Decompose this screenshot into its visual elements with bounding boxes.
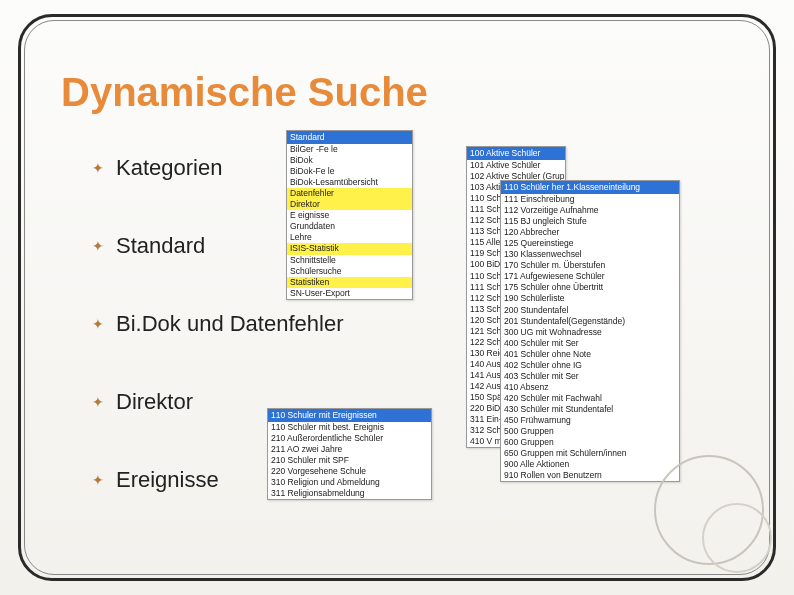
list-item: 210 Schüler mit SPF [268, 455, 431, 466]
list-item: 220 Vorgesehene Schule [268, 466, 431, 477]
list-item: 403 Schüler mit Ser [501, 371, 679, 382]
panel-header: 110 Schuler mit Ereignissen [268, 409, 431, 422]
page-title: Dynamische Suche [61, 70, 428, 115]
bullet-label: Standard [116, 233, 205, 259]
list-item: 500 Gruppen [501, 426, 679, 437]
bullet-arrow-icon: ✦ [92, 317, 106, 331]
list-panel-events: 110 Schuler mit Ereignissen 110 Schüler … [267, 408, 432, 500]
list-item: Statistiken [287, 277, 412, 288]
list-item: 170 Schüler m. Überstufen [501, 260, 679, 271]
bullet-arrow-icon: ✦ [92, 239, 106, 253]
list-item: 112 Vorzeitige Aufnahme [501, 205, 679, 216]
panel-header: 100 Aktive Schüler [467, 147, 565, 160]
list-item: BiDok [287, 155, 412, 166]
list-item: 450 Frühwarnung [501, 415, 679, 426]
list-panel-standard: Standard BilGer -Fe leBiDokBiDok-Fe leBi… [286, 130, 413, 300]
list-item: 201 Stundentafel(Gegenstände) [501, 316, 679, 327]
list-item: 171 Aufgewiesene Schüler [501, 271, 679, 282]
list-item: 420 Schüler mit Fachwahl [501, 393, 679, 404]
list-item: 910 Rollen von Benutzern [501, 470, 679, 481]
list-item: Lehre [287, 232, 412, 243]
list-item: 200 Stundentafel [501, 305, 679, 316]
list-item: Datenfehler [287, 188, 412, 199]
list-item: Schnittstelle [287, 255, 412, 266]
list-item: 402 Schüler ohne IG [501, 360, 679, 371]
list-item: E eignisse [287, 210, 412, 221]
list-item: 111 Einschreibung [501, 194, 679, 205]
list-item: 210 Außerordentliche Schüler [268, 433, 431, 444]
list-item: 300 UG mit Wohnadresse [501, 327, 679, 338]
list-item: SN-User-Export [287, 288, 412, 299]
list-item: 130 Klassenwechsel [501, 249, 679, 260]
panel-header: 110 Schüler her 1.Klasseneinteilung [501, 181, 679, 194]
list-item: 310 Religion und Abmeldung [268, 477, 431, 488]
list-item: Schülersuche [287, 266, 412, 277]
list-item: 401 Schüler ohne Note [501, 349, 679, 360]
list-item: Grunddaten [287, 221, 412, 232]
bullet-label: Ereignisse [116, 467, 219, 493]
list-item: 410 Absenz [501, 382, 679, 393]
bullet-arrow-icon: ✦ [92, 161, 106, 175]
list-panel-class: 110 Schüler her 1.Klasseneinteilung 111 … [500, 180, 680, 482]
list-item: 211 AO zwei Jahre [268, 444, 431, 455]
bullet-label: Kategorien [116, 155, 222, 181]
list-item: ISIS-Statistik [287, 243, 412, 254]
bullet-item: ✦ Bi.Dok und Datenfehler [92, 311, 343, 337]
list-item: BiDok-Lesamtübersicht [287, 177, 412, 188]
bullet-arrow-icon: ✦ [92, 473, 106, 487]
bullet-label: Bi.Dok und Datenfehler [116, 311, 343, 337]
list-item: 175 Schüler ohne Übertritt [501, 282, 679, 293]
list-item: 115 BJ ungleich Stufe [501, 216, 679, 227]
panel-header: Standard [287, 131, 412, 144]
list-item: BiDok-Fe le [287, 166, 412, 177]
list-item: 110 Schüler mit best. Ereignis [268, 422, 431, 433]
list-item: 101 Aktive Schüler [467, 160, 565, 171]
list-item: 190 Schülerliste [501, 293, 679, 304]
list-item: Direktor [287, 199, 412, 210]
list-item: 400 Schüler mit Ser [501, 338, 679, 349]
list-item: 600 Gruppen [501, 437, 679, 448]
list-item: 650 Gruppen mit Schülern/innen [501, 448, 679, 459]
list-item: BilGer -Fe le [287, 144, 412, 155]
list-item: 430 Schüler mit Stundentafel [501, 404, 679, 415]
bullet-label: Direktor [116, 389, 193, 415]
list-item: 311 Religionsabmeldung [268, 488, 431, 499]
list-item: 120 Abbrecher [501, 227, 679, 238]
list-item: 125 Quereinstiege [501, 238, 679, 249]
bullet-arrow-icon: ✦ [92, 395, 106, 409]
list-item: 900 Alle Aktionen [501, 459, 679, 470]
